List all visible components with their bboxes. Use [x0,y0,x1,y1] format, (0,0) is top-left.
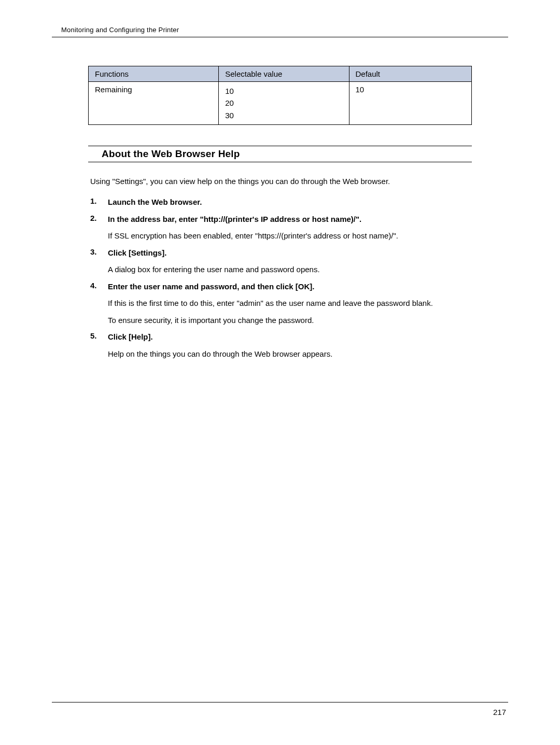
step-title: Launch the Web browser. [108,196,472,208]
page: Monitoring and Configuring the Printer F… [0,0,560,745]
heading-rule-bottom [88,162,472,162]
step-body: To ensure security, it is important you … [108,315,472,327]
step-body: A dialog box for entering the user name … [108,264,472,276]
content-area: Functions Selectable value Default Remai… [52,66,508,360]
td-selectable-values: 10 20 30 [219,82,349,125]
footer-rule [52,702,508,702]
th-default: Default [349,66,472,82]
selectable-value: 30 [225,109,343,121]
selectable-value: 20 [225,97,343,109]
functions-table: Functions Selectable value Default Remai… [88,66,472,125]
running-header: Monitoring and Configuring the Printer [52,26,508,37]
selectable-value: 10 [225,85,343,97]
step-item: Click [Help]. Help on the things you can… [90,331,472,360]
page-number: 217 [52,708,508,716]
step-item: In the address bar, enter "http://(print… [90,214,472,242]
th-functions: Functions [89,66,219,82]
section-intro: Using "Settings", you can view help on t… [90,176,472,188]
step-title: Enter the user name and password, and th… [108,281,472,293]
step-body: If this is the first time to do this, en… [108,298,472,310]
step-title: Click [Settings]. [108,247,472,259]
table-row: Remaining 10 20 30 10 [89,82,472,125]
header-rule [52,37,508,37]
step-item: Launch the Web browser. [90,196,472,208]
step-body: If SSL encryption has been enabled, ente… [108,230,472,242]
step-item: Click [Settings]. A dialog box for enter… [90,247,472,276]
step-title: Click [Help]. [108,331,472,343]
steps-list: Launch the Web browser. In the address b… [88,196,472,360]
step-body: Help on the things you can do through th… [108,348,472,360]
table-header-row: Functions Selectable value Default [89,66,472,82]
step-item: Enter the user name and password, and th… [90,281,472,327]
section-title: About the Web Browser Help [88,148,472,162]
td-default: 10 [349,82,472,125]
page-footer: 217 [52,702,508,716]
step-title: In the address bar, enter "http://(print… [108,214,472,226]
section-heading: About the Web Browser Help [88,146,472,162]
td-function: Remaining [89,82,219,125]
th-selectable: Selectable value [219,66,349,82]
